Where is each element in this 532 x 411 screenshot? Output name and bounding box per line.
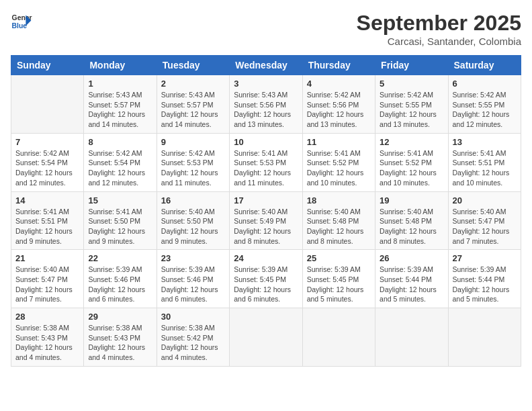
calendar-week-row: 28Sunrise: 5:38 AM Sunset: 5:43 PM Dayli… [11, 308, 521, 367]
day-number: 24 [234, 253, 298, 263]
weekday-header: Friday [375, 56, 448, 75]
day-number: 6 [453, 79, 517, 89]
calendar-cell: 2Sunrise: 5:43 AM Sunset: 5:57 PM Daylig… [157, 75, 229, 134]
day-info: Sunrise: 5:40 AM Sunset: 5:50 PM Dayligh… [161, 207, 225, 246]
day-number: 3 [234, 79, 298, 89]
day-info: Sunrise: 5:41 AM Sunset: 5:53 PM Dayligh… [234, 148, 298, 188]
day-info: Sunrise: 5:43 AM Sunset: 5:57 PM Dayligh… [88, 90, 152, 130]
day-number: 28 [15, 312, 79, 322]
weekday-header: Tuesday [157, 56, 229, 75]
day-info: Sunrise: 5:39 AM Sunset: 5:46 PM Dayligh… [88, 265, 152, 304]
calendar-cell: 7Sunrise: 5:42 AM Sunset: 5:54 PM Daylig… [11, 133, 84, 191]
logo-icon: General Blue [11, 11, 32, 32]
day-info: Sunrise: 5:40 AM Sunset: 5:48 PM Dayligh… [380, 207, 443, 246]
calendar-cell: 12Sunrise: 5:41 AM Sunset: 5:52 PM Dayli… [375, 133, 448, 191]
calendar-cell: 5Sunrise: 5:42 AM Sunset: 5:55 PM Daylig… [375, 75, 448, 134]
title-block: September 2025 Carcasi, Santander, Colom… [357, 11, 521, 47]
day-number: 23 [161, 253, 225, 263]
day-info: Sunrise: 5:38 AM Sunset: 5:42 PM Dayligh… [161, 323, 225, 363]
weekday-header: Saturday [448, 56, 521, 75]
calendar-cell: 3Sunrise: 5:43 AM Sunset: 5:56 PM Daylig… [230, 75, 302, 134]
day-number: 21 [15, 253, 79, 263]
calendar-cell: 30Sunrise: 5:38 AM Sunset: 5:42 PM Dayli… [157, 308, 229, 367]
day-number: 29 [88, 312, 152, 322]
weekday-header: Wednesday [230, 56, 302, 75]
day-number: 4 [307, 79, 371, 89]
day-info: Sunrise: 5:38 AM Sunset: 5:43 PM Dayligh… [88, 323, 152, 363]
svg-text:Blue: Blue [12, 22, 28, 30]
day-number: 17 [234, 195, 298, 205]
day-number: 22 [88, 253, 152, 263]
calendar-cell: 24Sunrise: 5:39 AM Sunset: 5:45 PM Dayli… [230, 250, 302, 308]
day-number: 10 [234, 137, 298, 147]
calendar-cell: 15Sunrise: 5:41 AM Sunset: 5:50 PM Dayli… [84, 191, 157, 250]
calendar-week-row: 7Sunrise: 5:42 AM Sunset: 5:54 PM Daylig… [11, 133, 521, 191]
day-number: 25 [307, 253, 371, 263]
calendar-cell: 11Sunrise: 5:41 AM Sunset: 5:52 PM Dayli… [302, 133, 375, 191]
day-number: 9 [161, 137, 225, 147]
calendar-cell: 4Sunrise: 5:42 AM Sunset: 5:56 PM Daylig… [302, 75, 375, 134]
day-info: Sunrise: 5:41 AM Sunset: 5:51 PM Dayligh… [453, 148, 517, 188]
day-number: 18 [307, 195, 371, 205]
calendar-cell: 29Sunrise: 5:38 AM Sunset: 5:43 PM Dayli… [84, 308, 157, 367]
calendar-cell: 27Sunrise: 5:39 AM Sunset: 5:44 PM Dayli… [448, 250, 521, 308]
weekday-header: Sunday [11, 56, 84, 75]
day-info: Sunrise: 5:41 AM Sunset: 5:52 PM Dayligh… [307, 148, 371, 188]
day-number: 14 [15, 195, 79, 205]
calendar-cell: 16Sunrise: 5:40 AM Sunset: 5:50 PM Dayli… [157, 191, 229, 250]
calendar-cell: 26Sunrise: 5:39 AM Sunset: 5:44 PM Dayli… [375, 250, 448, 308]
day-info: Sunrise: 5:41 AM Sunset: 5:52 PM Dayligh… [380, 148, 443, 188]
day-number: 5 [380, 79, 443, 89]
calendar-cell [375, 308, 448, 367]
day-info: Sunrise: 5:42 AM Sunset: 5:54 PM Dayligh… [15, 148, 79, 188]
calendar-cell: 20Sunrise: 5:40 AM Sunset: 5:47 PM Dayli… [448, 191, 521, 250]
day-number: 16 [161, 195, 225, 205]
calendar-week-row: 1Sunrise: 5:43 AM Sunset: 5:57 PM Daylig… [11, 75, 521, 134]
day-info: Sunrise: 5:41 AM Sunset: 5:51 PM Dayligh… [15, 207, 79, 246]
calendar-cell: 28Sunrise: 5:38 AM Sunset: 5:43 PM Dayli… [11, 308, 84, 367]
day-info: Sunrise: 5:40 AM Sunset: 5:49 PM Dayligh… [234, 207, 298, 246]
calendar-cell: 10Sunrise: 5:41 AM Sunset: 5:53 PM Dayli… [230, 133, 302, 191]
day-number: 27 [453, 253, 517, 263]
day-info: Sunrise: 5:43 AM Sunset: 5:57 PM Dayligh… [161, 90, 225, 130]
page-subtitle: Carcasi, Santander, Colombia [357, 36, 521, 47]
day-number: 11 [307, 137, 371, 147]
day-info: Sunrise: 5:42 AM Sunset: 5:55 PM Dayligh… [453, 90, 517, 130]
calendar-cell: 21Sunrise: 5:40 AM Sunset: 5:47 PM Dayli… [11, 250, 84, 308]
calendar-cell [11, 75, 84, 134]
day-number: 1 [88, 79, 152, 89]
day-info: Sunrise: 5:43 AM Sunset: 5:56 PM Dayligh… [234, 90, 298, 130]
calendar-week-row: 14Sunrise: 5:41 AM Sunset: 5:51 PM Dayli… [11, 191, 521, 250]
calendar-week-row: 21Sunrise: 5:40 AM Sunset: 5:47 PM Dayli… [11, 250, 521, 308]
calendar-cell [448, 308, 521, 367]
day-info: Sunrise: 5:39 AM Sunset: 5:46 PM Dayligh… [161, 265, 225, 304]
calendar-cell: 8Sunrise: 5:42 AM Sunset: 5:54 PM Daylig… [84, 133, 157, 191]
day-number: 26 [380, 253, 443, 263]
day-info: Sunrise: 5:41 AM Sunset: 5:50 PM Dayligh… [88, 207, 152, 246]
day-number: 20 [453, 195, 517, 205]
weekday-header: Monday [84, 56, 157, 75]
day-info: Sunrise: 5:39 AM Sunset: 5:45 PM Dayligh… [234, 265, 298, 304]
day-info: Sunrise: 5:39 AM Sunset: 5:44 PM Dayligh… [380, 265, 443, 304]
day-info: Sunrise: 5:39 AM Sunset: 5:44 PM Dayligh… [453, 265, 517, 304]
day-info: Sunrise: 5:42 AM Sunset: 5:56 PM Dayligh… [307, 90, 371, 130]
calendar-cell: 13Sunrise: 5:41 AM Sunset: 5:51 PM Dayli… [448, 133, 521, 191]
calendar-cell: 25Sunrise: 5:39 AM Sunset: 5:45 PM Dayli… [302, 250, 375, 308]
calendar-cell [302, 308, 375, 367]
page-header: General Blue September 2025 Carcasi, San… [11, 11, 521, 47]
day-info: Sunrise: 5:40 AM Sunset: 5:47 PM Dayligh… [15, 265, 79, 304]
day-info: Sunrise: 5:38 AM Sunset: 5:43 PM Dayligh… [15, 323, 79, 363]
day-info: Sunrise: 5:39 AM Sunset: 5:45 PM Dayligh… [307, 265, 371, 304]
calendar-table: SundayMondayTuesdayWednesdayThursdayFrid… [11, 55, 521, 367]
day-info: Sunrise: 5:42 AM Sunset: 5:55 PM Dayligh… [380, 90, 443, 130]
day-number: 2 [161, 79, 225, 89]
calendar-cell: 22Sunrise: 5:39 AM Sunset: 5:46 PM Dayli… [84, 250, 157, 308]
day-number: 13 [453, 137, 517, 147]
day-number: 15 [88, 195, 152, 205]
day-info: Sunrise: 5:42 AM Sunset: 5:54 PM Dayligh… [88, 148, 152, 188]
day-number: 12 [380, 137, 443, 147]
logo: General Blue [11, 11, 32, 32]
calendar-cell: 23Sunrise: 5:39 AM Sunset: 5:46 PM Dayli… [157, 250, 229, 308]
day-number: 8 [88, 137, 152, 147]
calendar-cell: 9Sunrise: 5:42 AM Sunset: 5:53 PM Daylig… [157, 133, 229, 191]
